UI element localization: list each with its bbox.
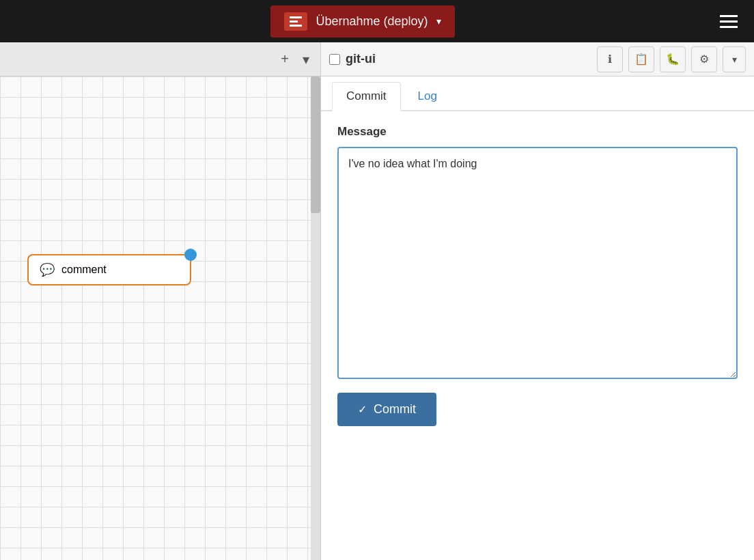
bug-button[interactable]: 🐛 [660,46,686,72]
header-dropdown-button[interactable]: ▾ [723,46,746,72]
header-dropdown-icon: ▾ [732,54,737,65]
deploy-label: Übernahme (deploy) [316,14,428,29]
comment-node[interactable]: 💬 comment [27,254,191,285]
canvas-area: 💬 comment [0,76,320,560]
comment-bubble-icon: 💬 [40,262,55,277]
hamburger-line [720,20,738,23]
comment-dot [184,249,197,261]
add-button[interactable]: + [277,48,293,70]
commit-panel-content: Message I've no idea what I'm doing ✓ Co… [321,111,754,560]
repo-checkbox[interactable] [329,54,340,65]
message-label: Message [337,125,738,139]
bug-icon: 🐛 [666,53,680,66]
right-header: git-ui ℹ 📋 🐛 ⚙ ▾ [321,42,754,76]
tab-commit[interactable]: Commit [332,82,401,111]
commit-button[interactable]: ✓ Commit [337,393,436,426]
main-area: + ▾ 💬 comment git-ui ℹ 📋 [0,42,754,560]
deploy-icon [284,12,307,31]
book-icon: 📋 [634,53,648,66]
repo-name: git-ui [346,52,591,66]
left-toolbar: + ▾ [0,42,320,76]
check-icon: ✓ [358,403,367,416]
comment-node-label: comment [61,264,107,276]
deploy-dropdown-arrow: ▾ [436,16,441,27]
topbar: Übernahme (deploy) ▾ [0,0,754,42]
gear-button[interactable]: ⚙ [691,46,717,72]
scrollbar-track[interactable] [311,76,320,560]
hamburger-button[interactable] [714,10,743,33]
right-panel: git-ui ℹ 📋 🐛 ⚙ ▾ Commit Log [321,42,754,560]
tabs-bar: Commit Log [321,76,754,111]
gear-icon: ⚙ [699,53,709,66]
tab-log[interactable]: Log [404,82,451,110]
commit-button-label: Commit [374,402,416,417]
toolbar-dropdown-button[interactable]: ▾ [298,48,313,70]
message-textarea[interactable]: I've no idea what I'm doing [337,147,738,379]
info-button[interactable]: ℹ [597,46,623,72]
hamburger-line [720,26,738,28]
info-icon: ℹ [608,53,612,66]
left-panel: + ▾ 💬 comment [0,42,321,560]
book-button[interactable]: 📋 [628,46,654,72]
hamburger-line [720,15,738,17]
scrollbar-thumb[interactable] [311,76,320,213]
deploy-button[interactable]: Übernahme (deploy) ▾ [270,5,454,38]
